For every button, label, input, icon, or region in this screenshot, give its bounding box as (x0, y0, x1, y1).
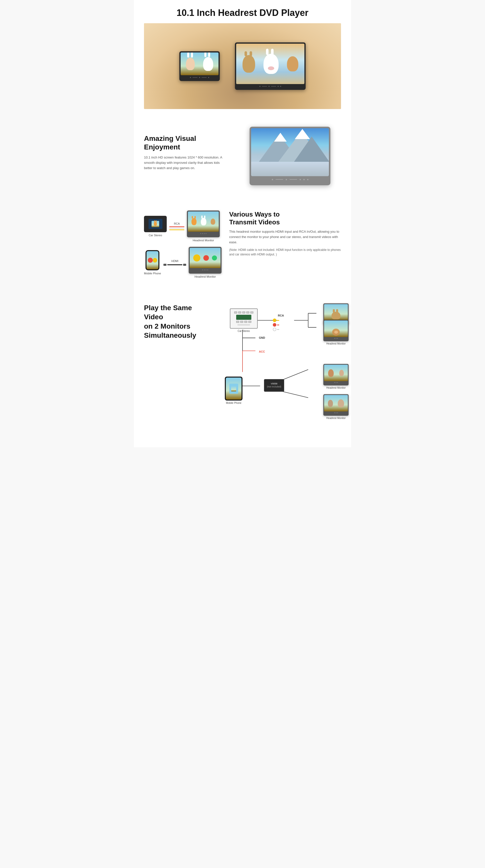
rca-connection: RCA (169, 222, 184, 230)
same-video-text: Play the Same Video on 2 Monitors Simult… (144, 303, 200, 340)
visual-section: Amazing Visual Enjoyment 10.1 inch HD sc… (144, 122, 341, 190)
transmit-diagrams: Car Stereo RCA (144, 211, 222, 278)
standalone-controls (251, 177, 329, 182)
visual-text-block: Amazing Visual Enjoyment 10.1 inch HD sc… (144, 127, 229, 171)
diag-headrest-label-2: Headrest Monitor (326, 342, 346, 345)
diag-rca-label: RCA (278, 314, 284, 317)
transmit-layout: Car Stereo RCA (144, 211, 341, 278)
diag-car-stereo-label: Car Stereo (238, 330, 250, 333)
diag-headrest-2: Headrest Monitor (323, 320, 349, 345)
diag-car-stereo: Car Stereo (230, 308, 258, 333)
headrest-monitor-label-1: Headrest Monitor (193, 239, 214, 242)
hero-title: 10.1 Inch Headrest DVD Player (144, 7, 341, 18)
rca-label: RCA (174, 222, 180, 225)
hero-image (144, 23, 341, 109)
headrest-monitor-diagram-2 (189, 247, 222, 274)
car-stereo-label: Car Stereo (148, 234, 162, 237)
transmit-text-block: Various Ways to Transmit Videos This hea… (229, 211, 341, 257)
device-mobile-phone: Mobile Phone (144, 250, 161, 275)
device-headrest-1: Headrest Monitor (187, 211, 220, 242)
diagram-row-hdmi: Mobile Phone HDMI (144, 247, 222, 278)
hdmi-label: HDMI (171, 259, 178, 262)
headrest-monitor-label-2: Headrest Monitor (195, 275, 216, 278)
hdmi-connection: HDMI (164, 259, 186, 266)
diag-headrest-4: Headrest Monitor (323, 394, 349, 420)
stereo-box (230, 308, 258, 329)
device-headrest-2: Headrest Monitor (189, 247, 222, 278)
visual-heading: Amazing Visual Enjoyment (144, 134, 229, 151)
diag-headrest-3: Headrest Monitor (323, 364, 349, 389)
transmit-section: Car Stereo RCA (144, 206, 341, 283)
transmit-description: This headrest monitor supports HDMI inpu… (229, 229, 341, 245)
mobile-phone-label: Mobile Phone (144, 272, 161, 275)
same-video-diagram: Car Stereo RCA (210, 303, 341, 417)
same-video-heading: Play the Same Video on 2 Monitors Simult… (144, 303, 200, 340)
diag-splitter: V0058 (Not Included) (264, 379, 284, 392)
diag-rca-connector (273, 318, 279, 331)
mobile-phone-image (145, 250, 160, 270)
same-video-layout: Play the Same Video on 2 Monitors Simult… (144, 303, 341, 417)
diagram-container: Car Stereo RCA (210, 303, 341, 417)
standalone-monitor (250, 127, 331, 185)
splitter-text: V0058 (Not Included) (267, 382, 281, 388)
diag-acc-label: ACC (259, 350, 265, 353)
diag-mobile-label: Mobile Phone (226, 402, 241, 404)
diag-headrest-frame-2 (323, 320, 349, 341)
car-stereo-image (144, 216, 167, 232)
hero-section: 10.1 Inch Headrest DVD Player (144, 7, 341, 109)
headrest-monitor-diagram-1 (187, 211, 220, 237)
hero-monitor-right (235, 42, 306, 90)
visual-image-container (239, 127, 341, 185)
diag-headrest-frame-3 (323, 364, 349, 385)
diag-headrest-label-4: Headrest Monitor (326, 417, 346, 420)
device-car-stereo: Car Stereo (144, 216, 167, 237)
diag-headrest-label-3: Headrest Monitor (326, 386, 346, 389)
diag-mobile-phone: Mobile Phone (225, 377, 242, 404)
hero-monitor-left (179, 51, 220, 81)
transmit-note: (Note: HDMI cable is not included. HDMI … (229, 248, 341, 257)
diag-gnd-label: GND (259, 336, 265, 339)
visual-description: 10.1 inch HD screen features 1024 * 600 … (144, 155, 229, 170)
same-video-section: Play the Same Video on 2 Monitors Simult… (144, 298, 341, 422)
diagram-row-rca: Car Stereo RCA (144, 211, 222, 242)
transmit-heading: Various Ways to Transmit Videos (229, 211, 341, 226)
mountain-screen (251, 128, 329, 176)
diag-headrest-frame-4 (323, 394, 349, 416)
